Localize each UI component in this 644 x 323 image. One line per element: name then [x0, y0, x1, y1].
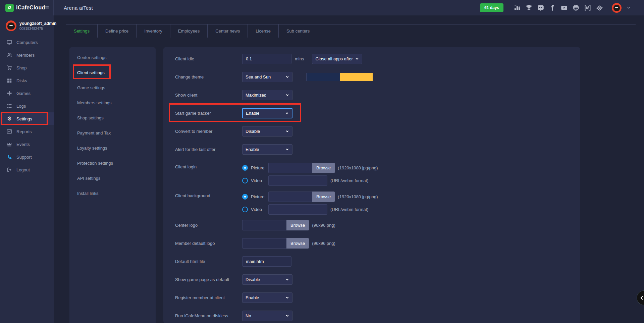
- default-html-file-input[interactable]: [242, 256, 291, 267]
- gamepad-icon: [7, 91, 12, 96]
- field-label: Alert for the last offer: [175, 147, 242, 152]
- icafecloud-logo-icon: i2: [5, 4, 14, 12]
- row-default-html-file: Default html file: [163, 252, 580, 270]
- gear-icon: ⚙: [7, 116, 12, 121]
- icafecloud-icon[interactable]: [584, 4, 591, 11]
- client-background-picture-input[interactable]: [268, 192, 312, 202]
- settings-nav-panel: Center settings Client settings Game set…: [69, 47, 156, 323]
- chevron-down-icon[interactable]: [627, 6, 631, 10]
- client-login-picture-browse-button[interactable]: Browse: [312, 163, 335, 173]
- settings-nav-protection-settings[interactable]: Protection settings: [69, 156, 156, 171]
- ranking-icon[interactable]: [514, 4, 521, 11]
- sidebar-item-label: Games: [16, 91, 31, 96]
- row-member-default-logo: Member default logo Browse (96x96 png): [163, 234, 580, 252]
- app-logo[interactable]: i2 iCafeCloud: [5, 4, 45, 12]
- sidebar-item-logs[interactable]: Logs: [0, 100, 54, 112]
- trophy-icon[interactable]: [526, 4, 532, 11]
- globe-icon[interactable]: [573, 4, 579, 11]
- settings-nav-center-settings[interactable]: Center settings: [69, 50, 156, 65]
- sidebar-item-support[interactable]: Support: [0, 151, 54, 163]
- sidebar-item-shop[interactable]: Shop: [0, 61, 54, 74]
- tab-sub-centers[interactable]: Sub centers: [278, 24, 317, 38]
- client-login-picture-input[interactable]: [268, 163, 312, 173]
- tab-center-news[interactable]: Center news: [207, 24, 248, 38]
- tab-settings[interactable]: Settings: [66, 24, 97, 38]
- user-block[interactable]: youngzsoft_admin 005193482475: [0, 15, 54, 36]
- settings-nav-install-links[interactable]: Install links: [69, 186, 156, 201]
- row-client-background: Client background Picture Browse (1920x1…: [163, 187, 580, 216]
- center-logo-input[interactable]: [242, 220, 286, 230]
- discord-icon[interactable]: [537, 4, 544, 11]
- tab-employees[interactable]: Employees: [170, 24, 207, 38]
- edge-drawer-handle[interactable]: [637, 290, 644, 305]
- client-login-video-input[interactable]: [268, 175, 327, 186]
- themes-icon[interactable]: [596, 4, 603, 11]
- field-hint: (1920x1080 jpg/png): [338, 165, 378, 170]
- chevron-down-icon: [285, 314, 289, 318]
- change-theme-select[interactable]: Sea and Sun: [242, 72, 292, 82]
- client-login-picture-radio[interactable]: [242, 165, 248, 171]
- field-label: Start game tracker: [175, 111, 242, 116]
- run-icafemenu-select[interactable]: No: [242, 311, 292, 321]
- settings-nav-api-settings[interactable]: API settings: [69, 171, 156, 186]
- settings-nav-client-settings[interactable]: Client settings: [69, 65, 156, 80]
- row-start-game-tracker: Start game tracker Enable: [163, 104, 580, 122]
- settings-nav-loyalty-settings[interactable]: Loyalty settings: [69, 141, 156, 156]
- tab-define-price[interactable]: Define price: [97, 24, 136, 38]
- radio-label: Video: [251, 207, 268, 212]
- client-idle-input[interactable]: [242, 54, 291, 64]
- sidebar-item-games[interactable]: Games: [0, 87, 54, 100]
- center-logo-browse-button[interactable]: Browse: [286, 220, 309, 230]
- sidebar-item-label: Events: [16, 142, 30, 147]
- sidebar-item-computers[interactable]: Computers: [0, 36, 54, 49]
- sidebar-avatar: [6, 20, 16, 31]
- sidebar-item-label: Reports: [16, 129, 32, 134]
- hamburger-menu-icon[interactable]: [45, 6, 49, 10]
- client-background-picture-browse-button[interactable]: Browse: [312, 192, 335, 202]
- chevron-down-icon: [285, 278, 289, 281]
- client-settings-form: Client idle mins Close all apps after ch…: [163, 47, 580, 323]
- tab-inventory[interactable]: Inventory: [136, 24, 170, 38]
- tab-license[interactable]: License: [248, 24, 278, 38]
- sidebar-item-events[interactable]: Events: [0, 138, 54, 151]
- chevron-down-icon: [285, 296, 289, 300]
- row-change-theme: Change theme Sea and Sun: [163, 68, 580, 86]
- brand-name: iCafeCloud: [16, 5, 45, 11]
- chart-icon: [7, 129, 12, 134]
- user-name: youngzsoft_admin: [19, 21, 56, 26]
- chevron-down-icon: [285, 148, 289, 151]
- sidebar-item-members[interactable]: Members: [0, 49, 54, 61]
- convert-to-member-select[interactable]: Disable: [242, 126, 292, 137]
- ninja-avatar-icon: [613, 5, 620, 11]
- settings-nav-shop-settings[interactable]: Shop settings: [69, 110, 156, 125]
- sidebar-item-disks[interactable]: Disks: [0, 74, 54, 87]
- client-background-picture-radio[interactable]: [242, 194, 248, 200]
- client-background-video-input[interactable]: [268, 204, 327, 215]
- alert-last-offer-select[interactable]: Enable: [242, 144, 292, 155]
- row-alert-last-offer: Alert for the last offer Enable: [163, 140, 580, 158]
- unit-label: mins: [295, 56, 304, 61]
- start-game-tracker-select[interactable]: Enable: [242, 108, 292, 118]
- register-member-select[interactable]: Enable: [242, 292, 292, 303]
- sidebar-item-logout[interactable]: Logout: [0, 163, 54, 176]
- sidebar-item-reports[interactable]: Reports: [0, 125, 54, 138]
- show-client-select[interactable]: Maximized: [242, 90, 292, 100]
- field-label: Client idle: [175, 56, 242, 61]
- settings-nav-payment-and-tax[interactable]: Payment and Tax: [69, 125, 156, 141]
- client-idle-action-select[interactable]: Close all apps after ch: [312, 54, 362, 64]
- member-default-logo-input[interactable]: [242, 238, 286, 249]
- youtube-icon[interactable]: [561, 4, 568, 11]
- chevron-down-icon: [355, 57, 359, 61]
- user-avatar[interactable]: [612, 3, 622, 13]
- sidebar-item-settings[interactable]: ⚙ Settings: [0, 112, 54, 125]
- license-days-badge[interactable]: 61 days: [480, 3, 503, 12]
- settings-nav-members-settings[interactable]: Members settings: [69, 95, 156, 110]
- topbar: i2 iCafeCloud Arena aiTest 61 days: [0, 0, 644, 15]
- member-default-logo-browse-button[interactable]: Browse: [286, 238, 309, 249]
- row-convert-to-member: Convert to member Disable: [163, 122, 580, 140]
- show-game-page-select[interactable]: Disable: [242, 274, 292, 285]
- client-background-video-radio[interactable]: [242, 207, 248, 212]
- facebook-icon[interactable]: [549, 4, 556, 11]
- settings-nav-game-settings[interactable]: Game settings: [69, 80, 156, 95]
- client-login-video-radio[interactable]: [242, 178, 248, 183]
